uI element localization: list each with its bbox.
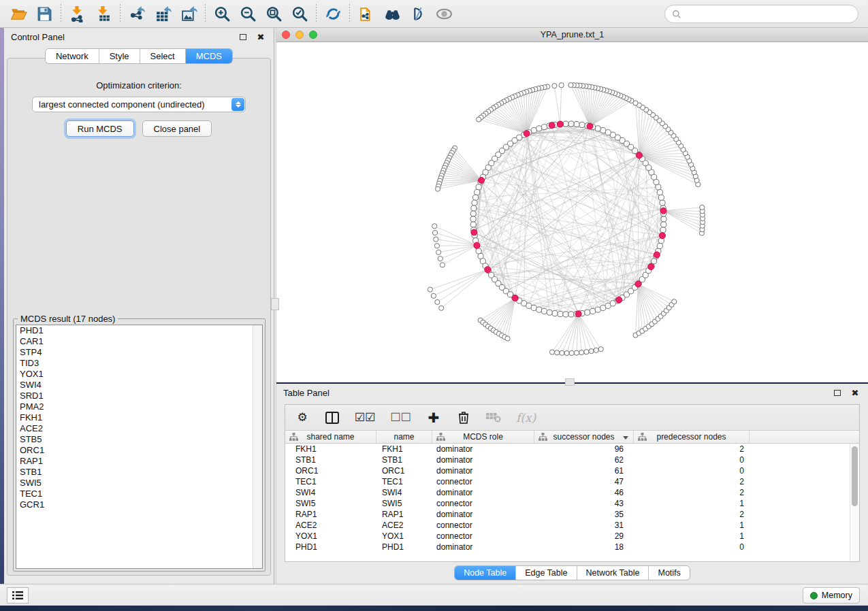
table-cell[interactable]: 31 xyxy=(534,520,634,531)
network-node[interactable] xyxy=(471,205,477,211)
mcds-node[interactable] xyxy=(471,229,477,235)
mcds-node[interactable] xyxy=(524,131,530,137)
import-table-button[interactable] xyxy=(91,3,116,24)
network-node[interactable] xyxy=(594,348,598,352)
mcds-node[interactable] xyxy=(635,281,641,287)
memory-button[interactable]: Memory xyxy=(803,587,860,604)
table-cell[interactable]: RAP1 xyxy=(285,509,376,520)
network-canvas[interactable] xyxy=(276,42,868,382)
table-cell[interactable]: ORC1 xyxy=(376,465,432,476)
network-node[interactable] xyxy=(431,293,436,298)
share-document-button[interactable] xyxy=(353,3,379,24)
table-cell[interactable]: 62 xyxy=(534,455,634,465)
network-node[interactable] xyxy=(568,82,573,87)
zoom-selected-button[interactable] xyxy=(287,3,312,24)
table-cell[interactable]: 1 xyxy=(634,520,750,531)
network-node[interactable] xyxy=(657,243,662,248)
table-cell[interactable]: 43 xyxy=(534,498,634,509)
column-header-MCDS-role[interactable]: MCDS role xyxy=(432,431,534,443)
network-node[interactable] xyxy=(574,121,579,127)
export-table-button[interactable] xyxy=(150,3,176,24)
table-cell[interactable]: 0 xyxy=(634,465,750,476)
network-node[interactable] xyxy=(470,222,476,227)
mcds-node[interactable] xyxy=(587,123,593,129)
mcds-result-item[interactable]: RAP1 xyxy=(16,456,262,467)
split-panel-button[interactable] xyxy=(325,410,340,426)
network-node[interactable] xyxy=(660,227,666,233)
import-network-button[interactable] xyxy=(65,3,91,24)
network-node[interactable] xyxy=(435,186,440,191)
mcds-result-item[interactable]: STP4 xyxy=(16,347,262,358)
network-node[interactable] xyxy=(536,126,542,131)
table-cell[interactable]: STB1 xyxy=(376,455,432,465)
table-row[interactable]: RAP1RAP1dominator352 xyxy=(285,509,859,520)
network-node[interactable] xyxy=(585,310,590,315)
mcds-result-item[interactable]: SWI4 xyxy=(16,380,262,391)
mcds-result-item[interactable]: STB5 xyxy=(16,434,262,445)
mcds-node[interactable] xyxy=(637,152,643,159)
run-mcds-button[interactable]: Run MCDS xyxy=(66,120,134,137)
network-node[interactable] xyxy=(560,350,564,355)
close-panel-button[interactable]: ✖ xyxy=(255,31,267,43)
network-node[interactable] xyxy=(472,200,477,205)
network-node[interactable] xyxy=(700,205,705,210)
table-cell[interactable]: 18 xyxy=(534,542,634,552)
table-cell[interactable]: ACE2 xyxy=(376,520,432,531)
network-node[interactable] xyxy=(432,224,437,229)
network-node[interactable] xyxy=(595,126,600,131)
search-network-button[interactable] xyxy=(379,3,405,24)
table-cell[interactable]: PHD1 xyxy=(376,542,432,552)
tab-motifs[interactable]: Motifs xyxy=(649,566,689,580)
table-cell[interactable]: 0 xyxy=(634,455,750,465)
network-node[interactable] xyxy=(590,308,595,314)
table-row[interactable]: ACE2ACE2connector311 xyxy=(285,520,859,531)
tab-node-table[interactable]: Node Table xyxy=(455,566,516,580)
table-cell[interactable]: connector xyxy=(432,498,534,509)
table-cell[interactable]: SWI4 xyxy=(376,487,432,498)
tab-network-table[interactable]: Network Table xyxy=(577,566,649,580)
table-row[interactable]: PHD1PHD1dominator180 xyxy=(285,542,859,552)
table-cell[interactable]: 29 xyxy=(534,531,634,542)
zoom-fit-button[interactable] xyxy=(261,3,287,24)
table-cell[interactable]: dominator xyxy=(432,542,534,552)
network-node[interactable] xyxy=(569,350,574,355)
column-header-shared-name[interactable]: shared name xyxy=(285,431,376,443)
tab-mcds[interactable]: MCDS xyxy=(186,49,232,63)
network-node[interactable] xyxy=(473,195,479,200)
save-session-button[interactable] xyxy=(31,3,57,24)
mcds-list-scrollbar[interactable] xyxy=(253,325,262,568)
select-all-button[interactable]: ☑☑ xyxy=(355,410,375,426)
table-scrollbar[interactable] xyxy=(850,444,859,561)
splitter-grip[interactable] xyxy=(271,298,279,310)
table-settings-button[interactable]: ⚙ xyxy=(295,410,310,426)
network-node[interactable] xyxy=(589,349,594,354)
toggle-graphics-details-button[interactable] xyxy=(405,3,431,24)
table-cell[interactable]: 2 xyxy=(634,444,750,455)
table-cell[interactable]: 2 xyxy=(634,509,750,520)
network-node[interactable] xyxy=(470,211,476,216)
table-cell[interactable]: STB1 xyxy=(285,455,376,465)
mcds-result-item[interactable]: ACE2 xyxy=(16,423,262,434)
refresh-layout-button[interactable] xyxy=(320,3,346,24)
column-header-successor-nodes[interactable]: successor nodes xyxy=(534,431,634,443)
mcds-node[interactable] xyxy=(648,264,654,270)
table-cell[interactable]: YOX1 xyxy=(376,531,432,542)
network-node[interactable] xyxy=(428,287,432,292)
mcds-node[interactable] xyxy=(549,122,555,129)
mcds-node[interactable] xyxy=(557,121,563,127)
mcds-result-item[interactable]: TEC1 xyxy=(16,489,262,499)
table-cell[interactable]: ORC1 xyxy=(285,465,376,476)
network-node[interactable] xyxy=(434,237,438,242)
network-graph[interactable] xyxy=(276,42,868,382)
apply-function-button[interactable]: f(x) xyxy=(516,410,536,426)
export-image-button[interactable] xyxy=(176,3,202,24)
network-node[interactable] xyxy=(552,83,557,88)
mcds-result-item[interactable]: GCR1 xyxy=(16,499,262,510)
show-hide-button[interactable] xyxy=(431,3,457,24)
table-cell[interactable]: FKH1 xyxy=(376,444,432,455)
network-node[interactable] xyxy=(672,299,677,304)
network-node[interactable] xyxy=(579,350,584,354)
table-cell[interactable]: RAP1 xyxy=(376,509,432,520)
network-node[interactable] xyxy=(661,216,666,222)
mcds-node[interactable] xyxy=(654,252,660,258)
